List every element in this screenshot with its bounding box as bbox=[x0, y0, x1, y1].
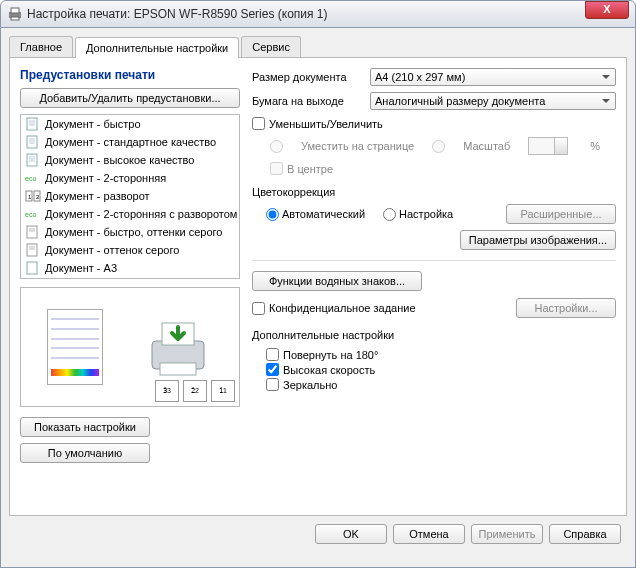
highspeed-checkbox[interactable] bbox=[266, 363, 279, 376]
svg-rect-21 bbox=[27, 226, 37, 238]
preview-page bbox=[47, 309, 103, 385]
preset-label: Документ - 2-сторонняя bbox=[45, 172, 166, 184]
percent-label: % bbox=[590, 140, 600, 152]
window-body: Главное Дополнительные настройки Сервис … bbox=[0, 28, 636, 568]
preset-item[interactable]: Документ - оттенок серого bbox=[21, 241, 239, 259]
rotate180-label: Повернуть на 180° bbox=[283, 349, 378, 361]
ok-button[interactable]: OK bbox=[315, 524, 387, 544]
color-auto-label: Автоматический bbox=[282, 208, 365, 220]
doc-icon bbox=[25, 135, 41, 149]
svg-rect-7 bbox=[27, 136, 37, 148]
paper-out-dropdown[interactable]: Аналогичный размеру документа bbox=[370, 92, 616, 110]
preset-item[interactable]: Документ - стандартное качество bbox=[21, 133, 239, 151]
center-label: В центре bbox=[287, 163, 333, 175]
color-manual-radio[interactable] bbox=[383, 208, 396, 221]
preset-label: Документ - стандартное качество bbox=[45, 136, 216, 148]
paper-out-label: Бумага на выходе bbox=[252, 95, 362, 107]
highspeed-label: Высокая скорость bbox=[283, 364, 375, 376]
cancel-button[interactable]: Отмена bbox=[393, 524, 465, 544]
add-remove-presets-button[interactable]: Добавить/Удалить предустановки... bbox=[20, 88, 240, 108]
doc-icon bbox=[25, 261, 41, 275]
eco-icon: eco bbox=[25, 171, 41, 185]
titlebar: Настройка печати: EPSON WF-R8590 Series … bbox=[0, 0, 636, 28]
mini-icon[interactable]: 3̂3 bbox=[155, 380, 179, 402]
doc-icon bbox=[25, 117, 41, 131]
color-manual-label: Настройка bbox=[399, 208, 453, 220]
mirror-label: Зеркально bbox=[283, 379, 337, 391]
preset-item[interactable]: ecoДокумент - 2-сторонняя bbox=[21, 169, 239, 187]
svg-rect-1 bbox=[11, 8, 19, 13]
right-column: Размер документа А4 (210 x 297 мм) Бумаг… bbox=[252, 68, 616, 505]
show-settings-button[interactable]: Показать настройки bbox=[20, 417, 150, 437]
window-title: Настройка печати: EPSON WF-R8590 Series … bbox=[27, 7, 328, 21]
preset-label: Документ - оттенок серого bbox=[45, 244, 179, 256]
doc-gray-icon bbox=[25, 243, 41, 257]
preset-label: Документ - высокое качество bbox=[45, 154, 194, 166]
preset-label: Документ - А3 bbox=[45, 262, 117, 274]
eco-icon: eco bbox=[25, 207, 41, 221]
preset-item[interactable]: ecoДокумент - 2-сторонняя с разворотом bbox=[21, 205, 239, 223]
spread-icon: 12 bbox=[25, 189, 41, 203]
preset-label: Документ - разворот bbox=[45, 190, 150, 202]
mini-icons: 3̂3 2̂2 1̂1 bbox=[155, 380, 235, 402]
dialog-footer: OK Отмена Применить Справка bbox=[9, 516, 627, 544]
preset-item[interactable]: Документ - высокое качество bbox=[21, 151, 239, 169]
apply-button: Применить bbox=[471, 524, 543, 544]
tab-main[interactable]: Главное bbox=[9, 36, 73, 57]
confidential-settings-button: Настройки... bbox=[516, 298, 616, 318]
watermark-button[interactable]: Функции водяных знаков... bbox=[252, 271, 422, 291]
svg-rect-30 bbox=[160, 363, 196, 375]
doc-icon bbox=[25, 153, 41, 167]
scale-label: Масштаб bbox=[463, 140, 510, 152]
svg-rect-2 bbox=[11, 17, 19, 20]
scale-spinner bbox=[528, 137, 568, 155]
rotate180-checkbox[interactable] bbox=[266, 348, 279, 361]
reduce-enlarge-label: Уменьшить/Увеличить bbox=[269, 118, 383, 130]
fit-page-radio bbox=[270, 140, 283, 153]
preset-label: Документ - быстро, оттенки серого bbox=[45, 226, 222, 238]
defaults-button[interactable]: По умолчанию bbox=[20, 443, 150, 463]
svg-text:eco: eco bbox=[25, 211, 36, 218]
image-params-button[interactable]: Параметры изображения... bbox=[460, 230, 616, 250]
rainbow-bar bbox=[51, 369, 99, 376]
preview-box: 3̂3 2̂2 1̂1 bbox=[20, 287, 240, 407]
printer-preview-icon bbox=[142, 311, 214, 383]
preset-item[interactable]: Документ - быстро, оттенки серого bbox=[21, 223, 239, 241]
confidential-checkbox[interactable] bbox=[252, 302, 265, 315]
preset-item[interactable]: 12Документ - разворот bbox=[21, 187, 239, 205]
mini-icon[interactable]: 2̂2 bbox=[183, 380, 207, 402]
preset-list[interactable]: Документ - быстро Документ - стандартное… bbox=[20, 114, 240, 279]
close-button[interactable]: X bbox=[585, 1, 629, 19]
advanced-button: Расширенные... bbox=[506, 204, 616, 224]
color-correction-label: Цветокоррекция bbox=[252, 186, 616, 198]
presets-header: Предустановки печати bbox=[20, 68, 240, 82]
tab-bar: Главное Дополнительные настройки Сервис bbox=[9, 36, 627, 58]
svg-rect-3 bbox=[27, 118, 37, 130]
preset-item[interactable]: Документ - А3 bbox=[21, 259, 239, 277]
mirror-checkbox[interactable] bbox=[266, 378, 279, 391]
reduce-enlarge-checkbox[interactable] bbox=[252, 117, 265, 130]
tab-content: Предустановки печати Добавить/Удалить пр… bbox=[9, 58, 627, 516]
printer-icon bbox=[7, 6, 23, 22]
center-checkbox bbox=[270, 162, 283, 175]
mini-icon[interactable]: 1̂1 bbox=[211, 380, 235, 402]
svg-rect-11 bbox=[27, 154, 37, 166]
doc-size-dropdown[interactable]: А4 (210 x 297 мм) bbox=[370, 68, 616, 86]
doc-gray-icon bbox=[25, 225, 41, 239]
color-auto-radio[interactable] bbox=[266, 208, 279, 221]
svg-rect-24 bbox=[27, 244, 37, 256]
preset-label: Документ - быстро bbox=[45, 118, 141, 130]
left-column: Предустановки печати Добавить/Удалить пр… bbox=[20, 68, 240, 505]
svg-text:eco: eco bbox=[25, 175, 36, 182]
tab-extra[interactable]: Дополнительные настройки bbox=[75, 37, 239, 58]
additional-settings-label: Дополнительные настройки bbox=[252, 329, 616, 341]
scale-radio bbox=[432, 140, 445, 153]
tab-service[interactable]: Сервис bbox=[241, 36, 301, 57]
doc-size-label: Размер документа bbox=[252, 71, 362, 83]
fit-page-label: Уместить на странице bbox=[301, 140, 414, 152]
preset-label: Документ - 2-сторонняя с разворотом bbox=[45, 208, 237, 220]
svg-rect-27 bbox=[27, 262, 37, 274]
help-button[interactable]: Справка bbox=[549, 524, 621, 544]
confidential-label: Конфиденциальное задание bbox=[269, 302, 416, 314]
preset-item[interactable]: Документ - быстро bbox=[21, 115, 239, 133]
